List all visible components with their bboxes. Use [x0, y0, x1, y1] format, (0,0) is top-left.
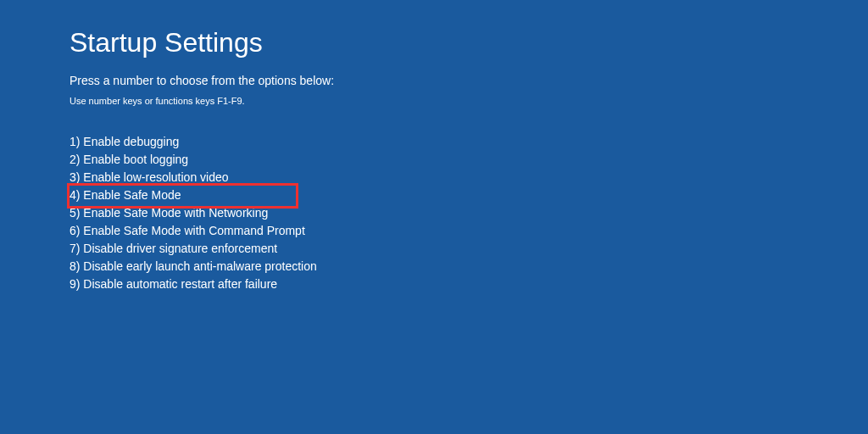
option-9-auto-restart[interactable]: 9) Disable automatic restart after failu… — [70, 275, 868, 293]
subtitle-text: Press a number to choose from the option… — [70, 74, 868, 87]
option-8-anti-malware[interactable]: 8) Disable early launch anti-malware pro… — [70, 258, 868, 275]
option-2-boot-logging[interactable]: 2) Enable boot logging — [70, 151, 868, 169]
option-3-low-resolution[interactable]: 3) Enable low-resolution video — [70, 169, 868, 186]
option-6-safe-mode-cmd[interactable]: 6) Enable Safe Mode with Command Prompt — [70, 222, 868, 240]
option-1-debugging[interactable]: 1) Enable debugging — [70, 133, 868, 151]
option-4-safe-mode[interactable]: 4) Enable Safe Mode — [70, 186, 868, 204]
options-list: 1) Enable debugging 2) Enable boot loggi… — [70, 133, 868, 293]
option-7-driver-signature[interactable]: 7) Disable driver signature enforcement — [70, 240, 868, 258]
hint-text: Use number keys or functions keys F1-F9. — [70, 96, 868, 106]
option-5-safe-mode-networking[interactable]: 5) Enable Safe Mode with Networking — [70, 204, 868, 222]
page-title: Startup Settings — [70, 27, 868, 58]
